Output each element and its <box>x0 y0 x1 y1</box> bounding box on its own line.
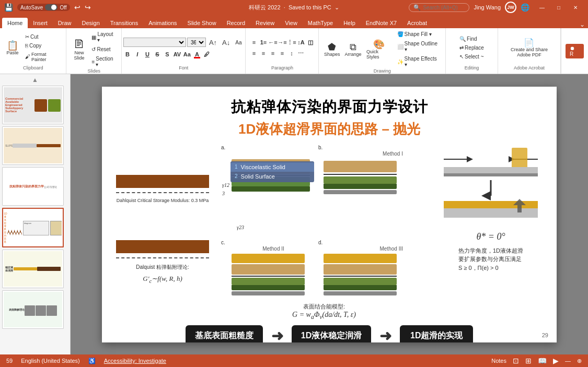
layout-button[interactable]: ▦Layout ▾ <box>89 30 118 44</box>
save-icon[interactable]: 💾 <box>4 3 13 11</box>
cut-button[interactable]: ✂Cut <box>23 33 63 41</box>
font-case-button[interactable]: Aa <box>183 50 191 58</box>
font-size-select[interactable]: 36 <box>187 38 206 47</box>
scroll-up-button[interactable]: ▲ <box>2 76 68 84</box>
zoom-slider[interactable]: — <box>565 358 571 364</box>
replace-button[interactable]: ⇄Replace <box>457 44 486 52</box>
search-input-title[interactable] <box>423 5 465 10</box>
btn-superlubrication[interactable]: 1D超滑的实现 <box>400 325 473 342</box>
slide-1-preview: Commercial AvailableEngineered Subslippe… <box>4 87 62 123</box>
tab-review[interactable]: Review <box>250 18 280 28</box>
clear-format-button[interactable]: Aa <box>233 39 244 46</box>
copy-button[interactable]: ⎘Copy <box>23 42 63 50</box>
slide-thumbnail-2[interactable]: SLIPS <box>2 126 64 165</box>
btn-lubrication[interactable]: 1D液体稳定润滑 <box>292 325 371 342</box>
tab-home[interactable]: Home <box>2 18 28 28</box>
global-icon[interactable]: 🌐 <box>521 3 529 11</box>
maximize-button[interactable]: □ <box>550 2 567 13</box>
acrobat-label: Adobe Acrobat <box>514 65 545 72</box>
accessibility-label[interactable]: Accessibility: Investigate <box>104 358 166 364</box>
increase-font-button[interactable]: A↑ <box>207 38 219 48</box>
strikethrough-button[interactable]: S <box>153 50 162 58</box>
create-share-pdf-button[interactable]: 📄 Create and Share Adobe PDF <box>508 38 550 58</box>
format-painter-button[interactable]: 🖌Format Painter <box>23 51 63 63</box>
bullets-button[interactable]: ≡ <box>250 38 258 46</box>
tab-endnote[interactable]: EndNote X7 <box>361 18 402 28</box>
justify-button[interactable]: ≡ <box>278 49 286 57</box>
diagram-d-cell: d. Method III <box>318 239 407 297</box>
three-label: 3 <box>222 191 225 196</box>
slide-thumbnail-1[interactable]: Commercial AvailableEngineered Subslippe… <box>2 86 64 124</box>
tab-transitions[interactable]: Transitions <box>105 18 143 28</box>
shape-fill-button[interactable]: 🪣Shape Fill ▾ <box>395 30 442 38</box>
right-description: 热力学角度，1D液体超滑 要扩展参数与分离压满足 S ≥ 0，Π(e) > 0 <box>458 246 523 273</box>
text-direction-button[interactable]: ↕A <box>297 38 305 46</box>
align-left-button[interactable]: ≡ <box>250 49 258 57</box>
view-slideshow-button[interactable]: ▶ <box>553 357 559 365</box>
title-bar: 💾 AutoSave Off ↩ ↪ 科研云 2022 · Saved to t… <box>0 0 588 15</box>
tab-draw[interactable]: Draw <box>53 18 77 28</box>
undo-icon[interactable]: ↩ <box>74 3 80 11</box>
decrease-indent-button[interactable]: ←≡ <box>269 38 277 46</box>
ribbon-group-acrobat: 📄 Create and Share Adobe PDF Adobe Acrob… <box>498 28 561 74</box>
font-color-button[interactable]: A <box>193 50 201 58</box>
align-right-button[interactable]: ≡ <box>269 49 277 57</box>
notes-button[interactable]: Notes <box>491 358 506 364</box>
tab-design[interactable]: Design <box>77 18 105 28</box>
tab-acrobat[interactable]: Acrobat <box>402 18 432 28</box>
record-button[interactable]: ⏺ R <box>566 44 584 58</box>
shape-outline-button[interactable]: ⬜Shape Outline ▾ <box>395 40 442 53</box>
shape-effects-button[interactable]: ✨Shape Effects ▾ <box>395 55 442 68</box>
decrease-font-button[interactable]: A↓ <box>220 38 232 48</box>
ribbon-collapse[interactable]: ⌄ <box>580 21 585 28</box>
increase-font-icon: A↑ <box>209 39 217 46</box>
new-slide-button[interactable]: 🖹 NewSlide <box>70 38 88 62</box>
minimize-button[interactable]: — <box>534 2 550 13</box>
tab-insert[interactable]: Insert <box>28 18 53 28</box>
quick-styles-button[interactable]: 🎨 Quick Styles <box>364 39 394 61</box>
slide-thumbnail-6[interactable]: 表面降解理论 <box>2 290 64 329</box>
paste-button[interactable]: 📋 Paste <box>3 40 22 56</box>
tab-view[interactable]: View <box>280 18 303 28</box>
shadow-button[interactable]: S <box>163 50 171 58</box>
bold-button[interactable]: B <box>123 50 132 58</box>
numbering-button[interactable]: 1≡ <box>259 38 268 46</box>
columns-button[interactable]: ⋮≡ <box>287 38 296 46</box>
highlight-button[interactable]: 🖊 <box>203 50 211 58</box>
slide-thumbnail-4[interactable]: 抗粘弹体污染的界面力学设计 1D液体超滑界面的思路 diagram <box>2 208 64 247</box>
view-normal-button[interactable]: ⊡ <box>513 357 519 365</box>
find-button[interactable]: 🔍Find <box>457 35 479 43</box>
reset-button[interactable]: ↺Reset <box>89 45 118 53</box>
line-spacing-button[interactable]: ↕ <box>287 49 296 57</box>
autosave-toggle[interactable]: AutoSave Off <box>17 4 70 11</box>
tab-mathtype[interactable]: MathType <box>303 18 338 28</box>
btn-roughness[interactable]: 基底表面粗糙度 <box>186 325 263 342</box>
slide-thumbnail-3[interactable]: 抗粘弹体污染的界面力学 公式与理论 <box>2 167 64 206</box>
tab-record[interactable]: Record <box>222 18 250 28</box>
italic-button[interactable]: I <box>133 50 142 58</box>
tab-slideshow[interactable]: Slide Show <box>182 18 222 28</box>
char-spacing-button[interactable]: AV <box>173 50 181 58</box>
col-right: θ* = 0° 热力学角度，1D液体超滑 要扩展参数与分离压满足 S ≥ 0，Π… <box>433 144 548 321</box>
tab-animations[interactable]: Animations <box>143 18 182 28</box>
view-sorter-button[interactable]: ⊞ <box>525 357 532 365</box>
center-button[interactable]: ≡ <box>259 49 268 57</box>
increase-indent-button[interactable]: →≡ <box>278 38 286 46</box>
close-button[interactable]: ✕ <box>567 2 584 13</box>
tab-help[interactable]: Help <box>338 18 361 28</box>
slide-thumbnail-5[interactable]: 稳定液体润滑 <box>2 250 64 288</box>
redo-icon[interactable]: ↪ <box>85 3 91 11</box>
underline-button[interactable]: U <box>143 50 152 58</box>
arrange-button[interactable]: ⧉ Arrange <box>343 41 363 58</box>
dashed-separator-top <box>116 192 209 193</box>
select-button[interactable]: ↖Select ~ <box>457 53 486 61</box>
more-para-button[interactable]: ⋯ <box>297 49 305 57</box>
layout-icon: ▦ <box>91 34 96 40</box>
autosave-switch[interactable] <box>45 4 57 10</box>
view-reading-button[interactable]: 📖 <box>538 357 547 365</box>
font-family-select[interactable] <box>123 38 186 47</box>
col-center: a. γ13 γ12 3 γ23 <box>221 144 427 321</box>
section-button[interactable]: ≡Section ▾ <box>89 55 118 68</box>
smartart-button[interactable]: ◫ <box>306 38 315 46</box>
shapes-button[interactable]: ⬟ Shapes <box>322 41 342 58</box>
